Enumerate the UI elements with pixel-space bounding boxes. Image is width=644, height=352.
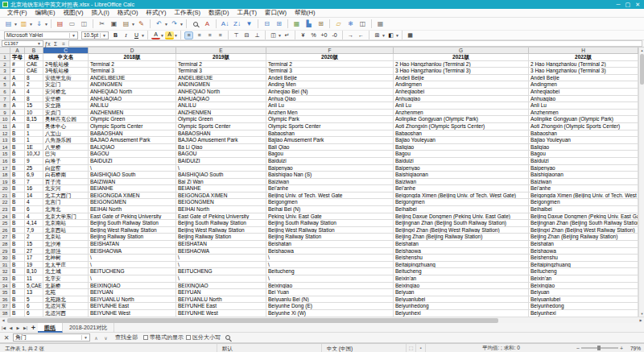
open-file-icon[interactable]: ▥ xyxy=(19,19,29,29)
menu-视图[interactable]: 视图(V) xyxy=(60,9,88,17)
print-icon[interactable]: ▭ xyxy=(67,19,77,29)
zoom-level[interactable]: 79% xyxy=(625,346,641,351)
show-gridlines-icon[interactable]: ▦ xyxy=(375,19,386,29)
merge-cells-icon[interactable]: ◫ xyxy=(269,31,278,39)
cell[interactable]: Andingmen xyxy=(394,81,529,89)
cell[interactable]: Terminal 2 xyxy=(89,61,176,68)
vertical-scroll-thumb[interactable] xyxy=(640,54,644,85)
cell[interactable]: B xyxy=(10,283,25,290)
cell[interactable]: 2 xyxy=(25,81,43,89)
cell[interactable]: \ xyxy=(266,262,394,269)
row-header[interactable]: 29 xyxy=(0,248,10,255)
cell[interactable]: 1 xyxy=(25,130,43,138)
cell[interactable]: B xyxy=(10,275,25,283)
next-sheet-icon[interactable]: ▶ xyxy=(14,325,22,330)
cell[interactable]: Anding Men xyxy=(266,81,394,89)
cell[interactable]: Beijing Zhan (Beijing Railway Station) xyxy=(394,234,529,241)
font-color-icon[interactable]: A xyxy=(151,31,160,39)
cell[interactable]: Bei'anhe xyxy=(266,185,394,193)
find-all-button[interactable]: 查找全部 xyxy=(112,333,141,342)
cell[interactable]: BAIDUIZI xyxy=(89,158,176,165)
sort-descending-icon[interactable]: Z↓ xyxy=(232,19,242,29)
cell[interactable]: BEIXINQIAO xyxy=(176,283,266,290)
cell[interactable]: A xyxy=(10,123,25,130)
align-left-icon[interactable]: ≡ xyxy=(184,31,193,39)
cell[interactable]: Babaoshan xyxy=(394,130,529,138)
cell[interactable]: \ xyxy=(89,275,176,283)
cell[interactable]: 7,9 xyxy=(25,227,43,234)
export-pdf-icon[interactable]: ▤ xyxy=(55,19,65,29)
cell[interactable]: 巴沟 xyxy=(43,151,89,158)
maximize-button[interactable]: ▢ xyxy=(625,2,631,8)
cell[interactable]: Beishatan xyxy=(394,241,529,248)
cell[interactable]: Beigongda Ximen (Beijing Univ. of Tech. … xyxy=(394,193,529,200)
cell[interactable]: 8,15 xyxy=(25,116,43,123)
cell[interactable]: BEIANHE xyxy=(176,185,266,193)
cell[interactable]: BABAOSHAN xyxy=(176,130,266,138)
first-sheet-icon[interactable]: |◀ xyxy=(0,325,7,330)
cell[interactable]: Bajiao Youleyuan xyxy=(529,137,638,144)
cell[interactable]: 27 xyxy=(25,248,43,255)
cell[interactable]: 4 xyxy=(25,213,43,221)
cell[interactable]: B xyxy=(10,144,25,151)
cell[interactable]: Aoti Zhongxin (Olympic Sports Center) xyxy=(529,123,638,130)
cell[interactable]: East Gate of Peking University xyxy=(176,213,266,221)
cell[interactable]: 北京西站 xyxy=(43,227,89,234)
cell[interactable]: 安德里北街 xyxy=(43,75,89,82)
cell[interactable]: B xyxy=(10,262,25,269)
cell[interactable]: Beijingnan Zhan (Beijing South Railway S… xyxy=(394,220,529,227)
cell[interactable]: BAJIAO Amusement Park xyxy=(176,137,266,144)
cell[interactable]: Baishiqiao Nan (S) xyxy=(266,172,394,179)
sheet-tab-2018-2021对比[interactable]: 2018-2021对比 xyxy=(63,323,114,333)
cell[interactable]: BEITUCHENG xyxy=(176,268,266,275)
cell[interactable]: B xyxy=(10,303,25,310)
background-color-icon[interactable]: ◧ xyxy=(386,31,395,39)
add-decimal-icon[interactable]: +0 xyxy=(320,31,328,39)
bold-icon[interactable]: B xyxy=(111,31,120,39)
sheet-tab-图纸[interactable]: 图纸 xyxy=(38,323,63,333)
cell[interactable]: Baishiqiaonan xyxy=(529,172,638,179)
cell[interactable]: ANZHENMEN xyxy=(176,110,266,117)
cell[interactable]: \ xyxy=(176,262,266,269)
redo-icon[interactable]: ↷ xyxy=(169,19,180,29)
cell[interactable]: 北京大学东门 xyxy=(43,213,89,221)
cell[interactable]: BEIGONGMEN xyxy=(176,199,266,206)
cell[interactable]: Terminal 3 xyxy=(266,68,394,75)
cell[interactable]: Baiziwan xyxy=(266,179,394,186)
row-header[interactable]: 21 xyxy=(0,193,10,200)
cell[interactable]: 八宝山 xyxy=(43,130,89,138)
cell[interactable]: 北苑 xyxy=(43,289,89,296)
cell[interactable]: Bei Yuan xyxy=(266,289,394,296)
cell[interactable]: Anhuaqiao xyxy=(529,96,638,103)
row-header[interactable]: 4 xyxy=(0,75,10,82)
cell[interactable]: 北土城 xyxy=(43,268,89,275)
cell[interactable]: Anheqiaobei xyxy=(394,89,529,96)
cell[interactable]: 3 Hao Hangzhanlou (Terminal 3) xyxy=(529,68,638,75)
cell[interactable]: Beijing West Railway Station xyxy=(266,227,394,234)
cell[interactable]: Anzhen Men xyxy=(266,110,394,117)
cell[interactable]: 1 xyxy=(25,137,43,144)
find-replace-icon[interactable] xyxy=(190,19,200,29)
cell[interactable]: B xyxy=(10,255,25,262)
cell[interactable]: Beixinqiao xyxy=(394,283,529,290)
cell[interactable]: 2020版 xyxy=(266,54,394,61)
indent-decrease-icon[interactable]: ← xyxy=(357,31,365,39)
cell[interactable]: CAE xyxy=(25,68,43,75)
cell[interactable]: Ba Li Qiao xyxy=(176,144,266,151)
row-header[interactable]: 7 xyxy=(0,96,10,103)
cell[interactable]: Olympic Sports Center xyxy=(176,123,266,130)
cell[interactable]: B xyxy=(10,248,25,255)
cell[interactable]: BEIGONGDA XIMEN xyxy=(176,193,266,200)
cell[interactable]: 2号航站楼 xyxy=(43,61,89,68)
cell[interactable]: ANHEQIAO North xyxy=(176,89,266,96)
row-header[interactable]: 1 xyxy=(0,54,10,61)
insert-comment-icon[interactable]: ▱ xyxy=(333,19,344,29)
cell[interactable]: 7 xyxy=(25,179,43,186)
formula-input[interactable] xyxy=(68,40,642,47)
split-window-icon[interactable]: ◫ xyxy=(357,19,368,29)
selection-mode-icon[interactable]: ⬚ xyxy=(407,344,416,352)
cell[interactable]: 4 xyxy=(25,89,43,96)
cell[interactable]: B xyxy=(10,206,25,213)
row-header[interactable]: 25 xyxy=(0,220,10,227)
cell[interactable]: \ xyxy=(176,255,266,262)
